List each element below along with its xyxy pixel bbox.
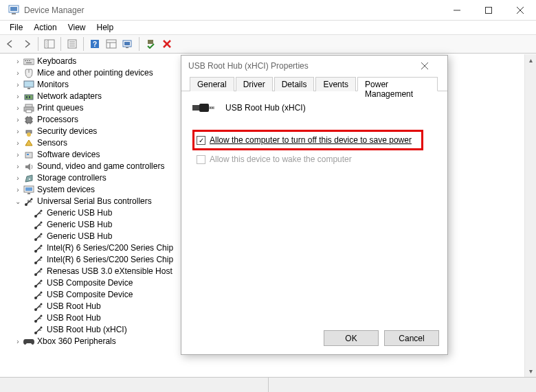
tree-label: USB Composite Device	[47, 277, 133, 289]
toolbar: ?	[0, 34, 536, 54]
svg-rect-38	[25, 104, 32, 107]
show-hide-tree-button[interactable]	[42, 36, 57, 51]
menu-help[interactable]: Help	[91, 21, 120, 34]
dialog-close-button[interactable]	[421, 62, 440, 69]
svg-rect-57	[27, 193, 30, 194]
help-button[interactable]: ?	[87, 36, 102, 51]
svg-point-61	[41, 209, 43, 211]
svg-rect-37	[29, 96, 30, 98]
allow-wake-checkbox-row: Allow this device to wake the computer	[197, 154, 436, 164]
uninstall-button[interactable]	[159, 36, 175, 51]
tree-label: USB Root Hub	[47, 312, 101, 324]
svg-point-81	[41, 326, 43, 328]
scroll-up-icon[interactable]: ▴	[525, 54, 536, 66]
close-button[interactable]	[504, 0, 536, 21]
maximize-button[interactable]	[473, 0, 504, 21]
sound-icon	[23, 161, 34, 172]
storage-icon	[23, 173, 34, 184]
tree-label: USB Composite Device	[47, 289, 133, 301]
menu-view[interactable]: View	[63, 21, 91, 34]
svg-rect-41	[26, 117, 32, 123]
back-button[interactable]	[3, 36, 18, 51]
tree-label: Software devices	[37, 149, 100, 161]
usb-icon	[33, 301, 44, 312]
usb-plug-icon	[192, 101, 214, 115]
scroll-down-icon[interactable]: ▾	[525, 365, 536, 377]
checkbox-checked-icon[interactable]: ✓	[197, 136, 205, 145]
ok-button[interactable]: OK	[324, 330, 379, 346]
svg-point-75	[41, 291, 43, 293]
svg-rect-87	[210, 107, 211, 108]
svg-point-71	[41, 268, 43, 270]
tab-general[interactable]: General	[190, 77, 234, 91]
dialog-titlebar: USB Root Hub (xHCI) Properties	[181, 56, 447, 76]
usb-icon	[33, 255, 44, 266]
tab-details[interactable]: Details	[274, 77, 315, 91]
svg-point-63	[41, 221, 43, 223]
tree-label: Print queues	[37, 102, 83, 114]
menu-action[interactable]: Action	[28, 21, 62, 34]
forward-button[interactable]	[19, 36, 34, 51]
svg-rect-31	[26, 62, 32, 63]
svg-rect-27	[23, 59, 34, 65]
properties-button[interactable]	[65, 36, 80, 51]
checkbox-label: Allow the computer to turn off this devi…	[210, 135, 412, 145]
cancel-button[interactable]: Cancel	[384, 330, 439, 346]
tree-label: Sensors	[37, 137, 67, 149]
svg-rect-30	[29, 60, 30, 61]
tree-label: System devices	[37, 184, 95, 196]
vertical-scrollbar[interactable]: ▴ ▾	[524, 54, 536, 377]
device-heading: USB Root Hub (xHCI)	[192, 101, 436, 115]
tab-events[interactable]: Events	[315, 77, 356, 91]
chevron-right-icon: ›	[14, 114, 22, 126]
highlighted-option: ✓ Allow the computer to turn off this de…	[192, 130, 423, 150]
svg-point-79	[41, 314, 43, 316]
dialog-tabs: General Driver Details Events Power Mana…	[181, 76, 447, 91]
tree-label: Sound, video and game controllers	[37, 161, 164, 172]
svg-rect-86	[209, 106, 214, 109]
minimize-button[interactable]	[441, 0, 473, 21]
title-bar: Device Manager	[0, 0, 536, 21]
chevron-down-icon: ⌄	[14, 196, 22, 207]
tree-label: Mice and other pointing devices	[37, 67, 153, 79]
chevron-right-icon: ›	[14, 172, 22, 184]
processor-icon	[23, 115, 34, 126]
tree-label: Generic USB Hub	[47, 231, 112, 242]
network-icon	[23, 91, 34, 102]
svg-rect-2	[12, 13, 16, 14]
system-icon	[23, 185, 34, 196]
chevron-right-icon: ›	[14, 79, 22, 91]
tree-label: Generic USB Hub	[47, 219, 112, 231]
tree-label: Keyboards	[37, 56, 76, 67]
svg-point-51	[27, 132, 31, 137]
menu-file[interactable]: File	[4, 21, 28, 34]
chevron-right-icon: ›	[14, 67, 22, 79]
svg-point-77	[41, 303, 43, 305]
svg-point-67	[41, 244, 43, 246]
allow-power-off-checkbox-row[interactable]: ✓ Allow the computer to turn off this de…	[197, 135, 412, 145]
svg-rect-84	[192, 105, 199, 111]
enable-button[interactable]	[143, 36, 158, 51]
show-hidden-button[interactable]	[104, 36, 119, 51]
tab-driver[interactable]: Driver	[236, 77, 273, 91]
svg-point-73	[41, 279, 43, 281]
tree-label: Monitors	[37, 79, 69, 91]
svg-rect-28	[25, 60, 26, 61]
tree-label: Renesas USB 3.0 eXtensible Host	[47, 266, 172, 277]
security-icon	[23, 126, 34, 137]
svg-rect-23	[126, 47, 129, 48]
tree-label: Universal Serial Bus controllers	[37, 196, 152, 207]
usb-icon	[23, 196, 34, 207]
scan-hardware-button[interactable]	[120, 36, 135, 51]
svg-point-54	[29, 178, 30, 180]
keyboard-icon	[23, 56, 34, 67]
tree-label: Processors	[37, 114, 78, 126]
tree-label: Intel(R) 6 Series/C200 Series Chip	[47, 242, 173, 254]
svg-point-65	[41, 233, 43, 235]
svg-rect-88	[212, 107, 213, 108]
dialog-title: USB Root Hub (xHCI) Properties	[188, 61, 309, 71]
properties-dialog: USB Root Hub (xHCI) Properties General D…	[181, 55, 448, 355]
device-name: USB Root Hub (xHCI)	[225, 103, 306, 113]
tab-power-management[interactable]: Power Management	[357, 77, 438, 91]
usb-icon	[33, 313, 44, 324]
